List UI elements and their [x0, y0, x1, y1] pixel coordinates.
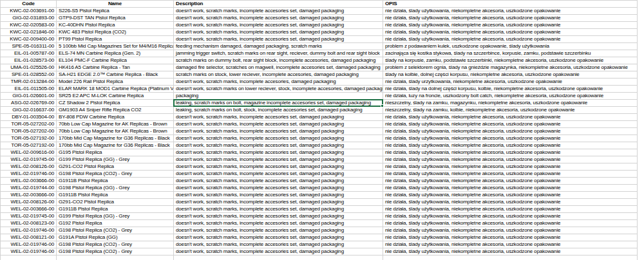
cell-name[interactable]: G198 Pistol Replica (CO2) - Grey — [57, 171, 174, 178]
cell-code[interactable]: WEL-02-009616-00 — [1, 149, 57, 156]
cell-description[interactable]: doesn't work, scratch marks, incomplete … — [174, 206, 383, 213]
cell-opis[interactable]: nie działa, ślady użytkowania, niekomple… — [383, 149, 638, 156]
cell-code[interactable]: TMR-02-013284-00 — [1, 79, 57, 86]
cell-opis[interactable]: nie działa, ślady użytkowania, niekomple… — [383, 121, 638, 128]
cell-empty[interactable] — [383, 255, 638, 260]
cell-description[interactable]: doesn't work, scratch marks, incomplete … — [174, 79, 383, 86]
cell-description[interactable]: doesn't work, scratch marks, incomplete … — [174, 185, 383, 192]
cell-description[interactable]: doesn't work, scratch marks, incomplete … — [174, 8, 383, 15]
cell-name[interactable]: G291-CO2 Pistol Replica — [57, 199, 174, 206]
cell-description[interactable]: doesn't work, scratch marks, incomplete … — [174, 121, 383, 128]
cell-code[interactable]: WEL-02-019746-00 — [1, 248, 57, 255]
cell-description[interactable]: doesn't work, scratch marks, incomplete … — [174, 227, 383, 234]
cell-opis[interactable]: nie działa, ślady użytkowania, niekomple… — [383, 220, 638, 227]
cell-opis[interactable]: nie działa, ślady użytkowania, niekomple… — [383, 8, 638, 15]
cell-opis[interactable]: nie działa, ślady użytkowania, niekomple… — [383, 36, 638, 43]
cell-code[interactable]: KWC-02-009400-00 — [1, 36, 57, 43]
cell-description[interactable]: doesn't work, scratch marks, incomplete … — [174, 29, 383, 36]
cell-description[interactable]: doesn't work, scratch marks, incomplete … — [174, 149, 383, 156]
cell-code[interactable]: WEL-02-019746-00 — [1, 227, 57, 234]
cell-opis[interactable]: nie działa, ślady urzytkowania, niekompl… — [383, 79, 638, 86]
cell-name[interactable]: SA-H21 EDGE 2.0™ Carbine Replica - Black — [57, 71, 174, 79]
cell-name[interactable]: G1911B Pistol Replica — [57, 192, 174, 199]
cell-opis[interactable]: problem z podawaniem kulek, uszkodzone o… — [383, 43, 638, 50]
cell-opis[interactable]: nie działa, ślady użytkowania, niekomple… — [383, 178, 638, 185]
cell-opis[interactable]: nie działa, ślady użytkowania, niekomple… — [383, 171, 638, 178]
cell-code[interactable]: WEL-02-008126-00 — [1, 199, 57, 206]
cell-code[interactable]: WEL-02-019744-00 — [1, 185, 57, 192]
cell-opis[interactable]: problem z selektorem ognia, ślady na gni… — [383, 64, 638, 71]
cell-name[interactable]: G199 Pistol Replica (GG) - Grey — [57, 213, 174, 220]
cell-code[interactable]: EIL-01-028573-00 — [1, 57, 57, 64]
cell-name[interactable]: G192 Pistol Replica — [57, 220, 174, 227]
cell-name[interactable]: G198 Pistol Replica (CO2) - Grey — [57, 227, 174, 234]
cell-code[interactable]: TOR-05-027192-00 — [1, 135, 57, 142]
cell-code[interactable]: ASG-02-026769-00 — [1, 100, 57, 107]
cell-empty[interactable] — [174, 255, 383, 260]
cell-description[interactable]: doesn't work, scratch marks, incomplete … — [174, 142, 383, 149]
cell-name[interactable]: G191A Pistol Replica (GG) — [57, 234, 174, 241]
cell-opis[interactable]: nie działa, ślady użytkowania, niekomple… — [383, 185, 638, 192]
cell-description[interactable]: doesn't work, scratch marks, incomplete … — [174, 36, 383, 43]
cell-code[interactable]: TOR-05-027202-00 — [1, 128, 57, 135]
cell-opis[interactable]: nie działa, ślady użytkowania, niekomple… — [383, 234, 638, 241]
cell-name[interactable]: G198 Pistol Replica (CO2) - Grey — [57, 248, 174, 255]
cell-name[interactable]: G291-CO2 Pistol Replica — [57, 163, 174, 171]
cell-description[interactable]: packaging — [174, 93, 383, 100]
cell-name[interactable]: 5 100bb Mid Cap Magazines Set for M4/M16… — [57, 43, 174, 50]
cell-description[interactable]: doesn't work, scratch marks, incomplete … — [174, 135, 383, 142]
cell-name[interactable]: 70bb Low Cap Magazine for AK Replicas - … — [57, 121, 174, 128]
cell-opis[interactable]: nie działa, ślady użytkowania, niekomple… — [383, 248, 638, 255]
cell-opis[interactable]: nie działa, ślady użytkowania, niekomple… — [383, 156, 638, 163]
cell-description[interactable]: scratch marks on stock, lower reciever, … — [174, 71, 383, 79]
cell-opis[interactable]: nie działa, ślady użytkowania, niekomple… — [383, 227, 638, 234]
cell-opis[interactable]: nie działa, ślady użytkowania, niekomple… — [383, 241, 638, 248]
cell-name[interactable]: GM1903 A4 Sniper Rifle Replica CO2 — [57, 107, 174, 114]
cell-name[interactable]: HK416 A5 Carbine Replica - Tan — [57, 64, 174, 71]
cell-code[interactable]: GIG-01-026601-00 — [1, 93, 57, 100]
cell-description[interactable]: doesn't work, scratch marks, incomplete … — [174, 199, 383, 206]
column-header-code[interactable]: Code — [1, 1, 57, 8]
cell-code[interactable]: WEL-02-008123-00 — [1, 220, 57, 227]
cell-description[interactable]: doesn't work, scratch marks on lower rec… — [174, 86, 383, 93]
cell-opis[interactable]: nie działa, ślady użytkowania, niekomple… — [383, 114, 638, 121]
cell-opis[interactable]: zacinająca się kostka stykowa, ślady na … — [383, 50, 638, 57]
cell-code[interactable]: TOR-05-027192-00 — [1, 142, 57, 149]
cell-opis[interactable]: nieszczelny, ślady na zamku, kolbie, nie… — [383, 107, 638, 114]
cell-code[interactable]: UMA-01-025526-00 — [1, 64, 57, 71]
cell-code[interactable]: GIG-02-031893-00 — [1, 15, 57, 22]
cell-code[interactable]: SPE-01-028552-00 — [1, 71, 57, 79]
cell-code[interactable]: KWC-02-003691-00 — [1, 8, 57, 15]
column-header-opis[interactable]: OPIS — [383, 1, 638, 8]
selected-cell[interactable]: leaking, scratch marks on bolt, magazine… — [174, 100, 383, 107]
cell-code[interactable]: SPE-05-016311-00 — [1, 43, 57, 50]
cell-description[interactable]: doesn't work, scratch marks, incomplete … — [174, 156, 383, 163]
cell-opis[interactable]: nie działa, ślady użytkowania, niekomple… — [383, 199, 638, 206]
cell-description[interactable]: doesn't work, scratch marks, incomplete … — [174, 213, 383, 220]
cell-opis[interactable]: nie działa, ślady użytkowania, niekomple… — [383, 29, 638, 36]
cell-opis[interactable]: nie działa, ślady użytkowania, niekomple… — [383, 128, 638, 135]
cell-description[interactable]: doesn't work, scratch marks, incomplete … — [174, 234, 383, 241]
cell-code[interactable]: WEL-02-008126-00 — [1, 163, 57, 171]
cell-code[interactable]: KWC-02-021846-00 — [1, 29, 57, 36]
cell-description[interactable]: doesn't work, scratch marks, incomplete … — [174, 22, 383, 29]
cell-name[interactable]: G1911B Pistol Replica — [57, 178, 174, 185]
cell-opis[interactable]: nie działa, ślady użytkowania, niekomple… — [383, 22, 638, 29]
cell-name[interactable]: G1911B Pistol Replica — [57, 206, 174, 213]
cell-name[interactable]: BY-808 PDW Carbine Replica — [57, 114, 174, 121]
cell-name[interactable]: Model 226 Rail Pistol Replica — [57, 79, 174, 86]
cell-name[interactable]: G198 Pistol Replica (CO2) - Grey — [57, 241, 174, 248]
cell-name[interactable]: G195 Pistol Replica — [57, 149, 174, 156]
cell-name[interactable]: PT99 Pistol Replica — [57, 36, 174, 43]
cell-opis[interactable]: nie działa, ślady użytkowania, niekomple… — [383, 163, 638, 171]
cell-opis[interactable]: nie działa, ślady użytkowania, niekomple… — [383, 15, 638, 22]
cell-description[interactable]: leaking, scratch marks on bolt, stock, i… — [174, 107, 383, 114]
cell-description[interactable]: feeding mechanism damaged, damaged packa… — [174, 43, 383, 50]
cell-description[interactable]: doesn't work, scratch marks, incomplete … — [174, 163, 383, 171]
cell-code[interactable]: DBY-01-003504-00 — [1, 114, 57, 121]
cell-name[interactable]: EL104 PMC-F Carbine Replica — [57, 57, 174, 64]
cell-description[interactable]: doesn't work, scratch marks, incomplete … — [174, 248, 383, 255]
cell-opis[interactable]: ślady na korpusie, zamku, podstawie szcz… — [383, 57, 638, 64]
column-header-description[interactable]: Description — [174, 1, 383, 8]
cell-code[interactable]: WEL-02-019745-00 — [1, 156, 57, 163]
